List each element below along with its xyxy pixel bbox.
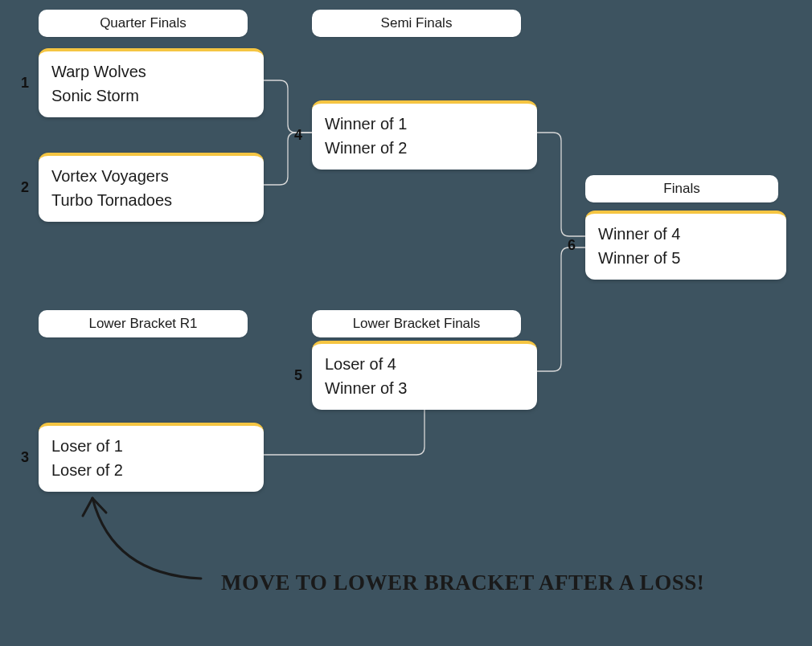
match-number: 3 <box>21 449 29 466</box>
team-bottom: Turbo Tornadoes <box>51 188 251 212</box>
team-top: Vortex Voyagers <box>51 164 251 188</box>
round-label-sf: Semi Finals <box>312 10 521 37</box>
match-number: 6 <box>568 237 576 254</box>
annotation-text: Move to lower bracket after a loss! <box>221 570 704 595</box>
match-number: 5 <box>294 367 302 384</box>
round-label-lbf: Lower Bracket Finals <box>312 310 521 337</box>
team-bottom: Winner of 5 <box>598 246 773 270</box>
team-bottom: Winner of 3 <box>325 376 524 400</box>
team-bottom: Winner of 2 <box>325 136 524 160</box>
match-3: 3 Loser of 1 Loser of 2 <box>39 423 264 492</box>
match-4: 4 Winner of 1 Winner of 2 <box>312 100 537 170</box>
round-label-qf: Quarter Finals <box>39 10 248 37</box>
team-top: Winner of 1 <box>325 112 524 136</box>
team-top: Loser of 1 <box>51 434 251 458</box>
match-2: 2 Vortex Voyagers Turbo Tornadoes <box>39 153 264 222</box>
match-number: 4 <box>294 127 302 144</box>
match-5: 5 Loser of 4 Winner of 3 <box>312 341 537 410</box>
match-6: 6 Winner of 4 Winner of 5 <box>585 211 786 280</box>
match-number: 2 <box>21 179 29 196</box>
bracket-diagram: Quarter Finals Semi Finals Lower Bracket… <box>0 0 812 646</box>
team-top: Winner of 4 <box>598 222 773 246</box>
round-label-finals: Finals <box>585 175 778 202</box>
match-1: 1 Warp Wolves Sonic Storm <box>39 48 264 117</box>
team-bottom: Sonic Storm <box>51 84 251 108</box>
team-top: Warp Wolves <box>51 59 251 84</box>
team-bottom: Loser of 2 <box>51 458 251 482</box>
match-number: 1 <box>21 75 29 92</box>
team-top: Loser of 4 <box>325 352 524 376</box>
round-label-lbr1: Lower Bracket R1 <box>39 310 248 337</box>
